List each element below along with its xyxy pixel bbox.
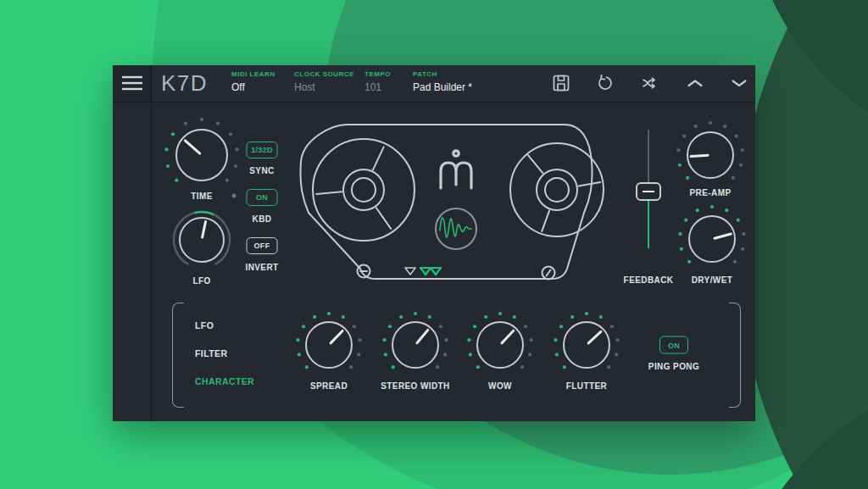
- feedback-track-upper: [648, 130, 649, 184]
- patch-value: Pad Builder *: [413, 81, 472, 93]
- kbd-button[interactable]: ON: [247, 189, 278, 206]
- randomize-button[interactable]: [640, 73, 660, 93]
- invert-button[interactable]: OFF: [247, 237, 278, 254]
- midi-learn-label: MIDI LEARN: [231, 70, 275, 78]
- stereo-width-knob[interactable]: [379, 308, 452, 381]
- time-label: TIME: [191, 192, 213, 201]
- ping-pong-label: PING PONG: [648, 362, 699, 371]
- patch-previous-button[interactable]: [685, 73, 705, 93]
- wow-knob[interactable]: [464, 308, 537, 381]
- reel-right: [510, 143, 604, 236]
- time-mod-dot: [232, 194, 236, 198]
- clock-source-value: Host: [294, 81, 315, 93]
- invert-value: OFF: [254, 242, 270, 250]
- triangle-marker-green: [420, 268, 431, 275]
- time-knob[interactable]: [161, 114, 242, 196]
- tab-lfo[interactable]: LFO: [195, 320, 214, 331]
- bottom-section-bracket-left: [172, 303, 184, 408]
- flutter-label: FLUTTER: [566, 381, 607, 391]
- dry-wet-label: DRY/WET: [692, 275, 733, 285]
- chevron-down-icon: [729, 73, 749, 93]
- menu-button[interactable]: [121, 74, 143, 92]
- feedback-label: FEEDBACK: [624, 275, 674, 285]
- tempo-value: 101: [364, 81, 381, 93]
- invert-label: INVERT: [245, 263, 278, 272]
- clock-source-label: CLOCK SOURCE: [294, 70, 354, 78]
- undo-icon: [595, 73, 615, 93]
- triangle-marker-gray: [405, 268, 415, 275]
- ping-pong-button[interactable]: ON: [659, 336, 688, 354]
- bottom-section-bracket-right: [729, 303, 741, 408]
- triangle-marker-green: [431, 268, 441, 275]
- randomize-icon: [640, 73, 660, 93]
- patch-next-button[interactable]: [729, 73, 749, 93]
- patch-label: PATCH: [413, 70, 437, 78]
- hamburger-icon: [121, 74, 143, 92]
- sync-label: SYNC: [249, 166, 274, 175]
- feedback-slider[interactable]: [634, 130, 663, 248]
- plugin-window: K7D MIDI LEARN Off CLOCK SOURCE Host TEM…: [113, 65, 755, 421]
- topbar-separator: [113, 102, 755, 103]
- lfo-knob[interactable]: [169, 207, 235, 273]
- stereo-width-label: STEREO WIDTH: [381, 381, 449, 391]
- pre-amp-label: PRE-AMP: [690, 188, 732, 197]
- lfo-knob-label: LFO: [192, 276, 210, 286]
- spread-knob[interactable]: [292, 308, 365, 381]
- tape-reels-graphic: [295, 117, 626, 286]
- kbd-label: KBD: [253, 214, 272, 224]
- kbd-value: ON: [256, 193, 268, 202]
- sync-value: 1/32D: [251, 146, 273, 154]
- save-button[interactable]: [551, 73, 571, 93]
- ping-pong-value: ON: [668, 341, 680, 349]
- reel-left: [313, 139, 415, 241]
- desktop-background: K7D MIDI LEARN Off CLOCK SOURCE Host TEM…: [0, 0, 868, 489]
- tape-outline: [300, 125, 592, 279]
- flutter-knob[interactable]: [550, 308, 623, 381]
- sync-button[interactable]: 1/32D: [247, 142, 278, 158]
- feedback-track-lower: [648, 199, 649, 248]
- spread-label: SPREAD: [310, 381, 348, 391]
- undo-button[interactable]: [595, 73, 615, 93]
- midi-learn-value: Off: [231, 81, 245, 93]
- tape-position-markers: [405, 268, 441, 275]
- feedback-slider-handle[interactable]: [636, 182, 661, 201]
- waveform-circle: [436, 208, 476, 249]
- dry-wet-knob[interactable]: [675, 202, 749, 276]
- tab-character[interactable]: CHARACTER: [195, 376, 254, 386]
- save-icon: [551, 73, 571, 93]
- vertical-separator: [151, 65, 152, 421]
- wow-label: WOW: [488, 381, 512, 391]
- caelum-m-logo: [441, 151, 471, 188]
- plugin-title: K7D: [161, 70, 208, 97]
- chevron-up-icon: [685, 73, 705, 93]
- slider-handle-line: [643, 191, 654, 192]
- pre-amp-knob[interactable]: [673, 118, 748, 192]
- tab-filter[interactable]: FILTER: [195, 348, 227, 358]
- tempo-label: TEMPO: [364, 70, 391, 78]
- slash-circle-icon: [542, 267, 555, 280]
